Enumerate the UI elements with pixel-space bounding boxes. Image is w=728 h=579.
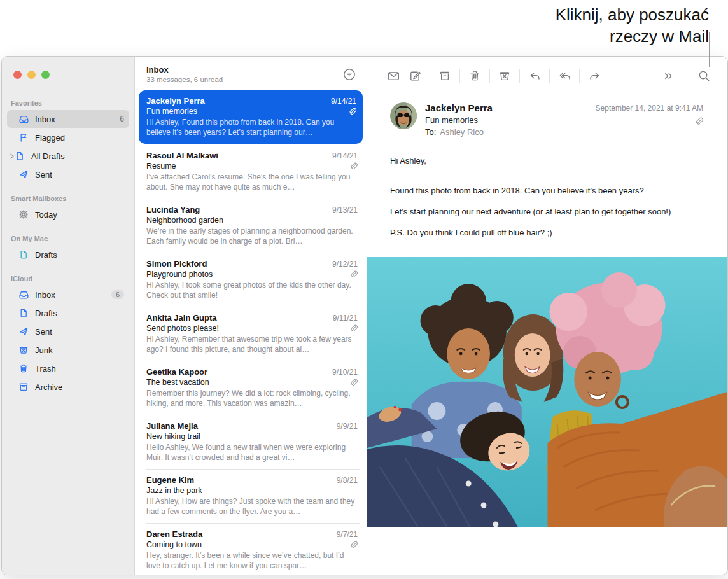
archive-button[interactable] [434,67,456,85]
message-sender: Jackelyn Perra [146,96,326,106]
message-sender-name: Jackelyn Perra [425,102,596,113]
sidebar-item-today[interactable]: Today [7,206,129,223]
message-row[interactable]: Geetika Kapoor9/10/21The best vacationRe… [135,361,367,415]
sidebar-section-on-my-mac: On My MacDrafts [2,232,134,263]
junk-icon [498,69,511,82]
sidebar-item-label: Archive [35,382,124,392]
reply-all-icon [558,69,571,83]
sidebar-item-inbox[interactable]: Inbox6 [7,110,129,128]
message-preview: Hello Ashley, We found a new trail when … [146,442,358,463]
sidebar-item-sent[interactable]: Sent [7,165,129,183]
unread-badge: 6 [111,290,124,299]
sidebar-item-sent[interactable]: Sent [7,323,129,340]
sidebar-item-label: Trash [35,364,124,373]
message-subject: Send photos please! [146,324,349,333]
message-preview: Hi Ashley, Remember that awesome trip we… [146,334,358,354]
message-list-pane: Inbox 33 messages, 6 unread Jackelyn Per… [135,57,367,575]
message-row[interactable]: Lucinda Yang9/13/21Neighborhood gardenWe… [135,199,367,253]
section-heading: On My Mac [2,232,134,245]
get-mail-button[interactable] [382,67,404,85]
sidebar-item-label: All Drafts [31,151,124,161]
callout-line1: Kliknij, aby poszukać [556,4,709,25]
paperclip-icon [349,162,358,171]
doc-icon [18,249,30,260]
sidebar-item-label: Junk [35,345,124,355]
message-date: 9/8/21 [337,476,358,485]
callout-annotation: Kliknij, aby poszukać rzeczy w Mail [556,4,709,47]
trash-button[interactable] [464,67,486,85]
paperclip-icon [349,270,358,279]
message-preview: Hi Ashley, Found this photo from back in… [146,117,356,137]
sidebar-item-flagged[interactable]: Flagged [7,129,129,146]
more-button[interactable] [657,67,679,85]
sidebar-section-favorites: FavoritesInbox6FlaggedAll DraftsSent [2,97,134,183]
message-preview: I’ve attached Carol’s resume. She’s the … [146,172,358,192]
doc-icon [18,308,30,318]
message-date: 9/13/21 [332,206,358,214]
sidebar-item-trash[interactable]: Trash [7,359,129,377]
message-subject: Fun memories [146,107,347,116]
filter-button[interactable] [342,67,356,84]
section-heading: Smart Mailboxes [2,192,134,205]
inbox-icon [18,290,30,300]
recipient-name[interactable]: Ashley Rico [440,127,484,137]
message-header: Jackelyn Perra Fun memories To:Ashley Ri… [367,92,727,137]
reply-icon [528,69,542,83]
junk-button[interactable] [494,67,515,85]
sidebar-item-archive[interactable]: Archive [7,378,129,396]
zoom-button[interactable] [41,71,50,79]
callout-pointer-line [709,32,710,67]
message-body: Hi Ashley, Found this photo from back in… [367,146,727,253]
sidebar-item-label: Inbox [35,115,120,124]
sidebar-item-junk[interactable]: Junk [7,341,129,359]
message-row[interactable]: Simon Pickford9/12/21Playground photosHi… [135,253,367,307]
message-row[interactable]: Ankita Jain Gupta9/11/21Send photos plea… [135,307,367,361]
minimize-button[interactable] [27,71,36,79]
sidebar-item-label: Sent [35,327,124,337]
message-subject: Fun memories [425,115,596,125]
message-subject: Playground photos [146,270,349,279]
search-button[interactable] [693,67,715,85]
reply-button[interactable] [524,67,545,85]
message-subject: Coming to town [146,540,349,549]
sidebar-item-all-drafts[interactable]: All Drafts [7,147,129,165]
sidebar-item-drafts[interactable]: Drafts [7,246,129,263]
paperclip-icon [347,107,356,116]
toolbar-separator [459,69,460,83]
search-icon [697,69,711,83]
message-row[interactable]: Jackelyn Perra9/14/21Fun memoriesHi Ashl… [139,90,363,144]
body-paragraph: Let’s start planning our next adventure … [390,206,703,217]
more-icon [662,70,675,82]
sidebar-item-label: Inbox [35,290,111,300]
sidebar-item-label: Drafts [35,250,124,260]
to-label: To: [425,127,436,137]
message-row[interactable]: Eugene Kim9/8/21Jazz in the parkHi Ashle… [135,470,367,523]
inbox-icon [18,114,30,124]
filter-icon [342,73,356,83]
mailbox-title: Inbox [146,65,342,74]
message-row[interactable]: Daren Estrada9/7/21Coming to townHey, st… [135,524,367,575]
archive-icon [438,69,451,82]
close-button[interactable] [13,71,22,79]
paperclip-icon [349,378,358,387]
message-row[interactable]: Rasoul Al Malkawi9/14/21ResumeI’ve attac… [135,145,367,199]
attachment-icon[interactable] [596,116,703,126]
compose-button[interactable] [404,67,426,85]
sidebar-item-label: Drafts [35,309,124,318]
flag-icon [18,132,30,143]
sidebar-item-inbox[interactable]: Inbox6 [7,286,129,303]
message-sender: Simon Pickford [146,259,327,269]
sidebar-section-icloud: iCloudInbox6DraftsSentJunkTrashArchive [2,272,134,396]
message-subject: New hiking trail [146,432,358,441]
junk-icon [18,345,30,355]
message-row[interactable]: Juliana Mejia9/9/21New hiking trailHello… [135,415,367,469]
unread-count: 6 [120,115,124,123]
doc-icon [15,151,26,161]
message-sender: Rasoul Al Malkawi [146,151,327,160]
sidebar-item-drafts[interactable]: Drafts [7,304,129,322]
reply-all-button[interactable] [554,67,575,85]
message-preview: Hey, stranger. It’s been a while since w… [146,550,358,571]
forward-button[interactable] [584,67,605,85]
message-preview: We’re in the early stages of planning a … [146,226,358,246]
message-sender: Daren Estrada [146,529,332,539]
